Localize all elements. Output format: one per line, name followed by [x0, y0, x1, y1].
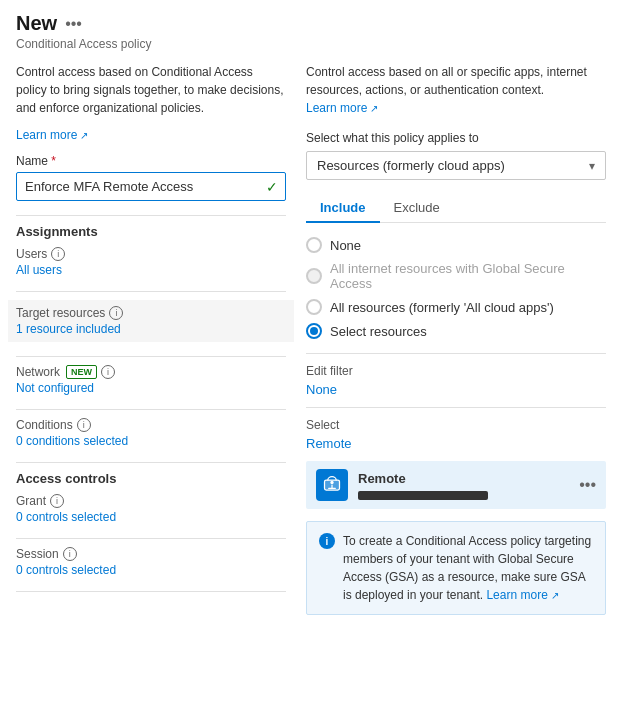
- radio-select-resources-label: Select resources: [330, 324, 427, 339]
- chevron-down-icon: ▾: [589, 159, 595, 173]
- info-box-content: To create a Conditional Access policy ta…: [343, 532, 593, 604]
- grant-info-icon[interactable]: i: [50, 494, 64, 508]
- radio-all-internet-circle: [306, 268, 322, 284]
- remote-resource-item: Remote •••: [306, 461, 606, 509]
- resource-more-icon[interactable]: •••: [579, 476, 596, 494]
- name-label: Name *: [16, 154, 286, 168]
- grant-label: Grant: [16, 494, 46, 508]
- network-new-badge: NEW: [66, 365, 97, 379]
- include-exclude-tabs: Include Exclude: [306, 194, 606, 223]
- policy-name-input[interactable]: [16, 172, 286, 201]
- radio-all-resources[interactable]: All resources (formerly 'All cloud apps'…: [306, 299, 606, 315]
- assignments-divider: [16, 215, 286, 216]
- conditions-info-icon[interactable]: i: [77, 418, 91, 432]
- name-input-wrapper: ✓: [16, 172, 286, 201]
- dropdown-value: Resources (formerly cloud apps): [317, 158, 505, 173]
- page-subtitle: Conditional Access policy: [16, 37, 606, 51]
- remote-icon-svg: [322, 475, 342, 495]
- assignments-title: Assignments: [16, 224, 286, 239]
- target-resources-divider: [16, 356, 286, 357]
- radio-none-label: None: [330, 238, 361, 253]
- target-resources-label: Target resources: [16, 306, 105, 320]
- radio-none[interactable]: None: [306, 237, 606, 253]
- edit-filter-value[interactable]: None: [306, 382, 606, 397]
- target-resources-value[interactable]: 1 resource included: [16, 322, 286, 336]
- info-box-icon: i: [319, 533, 335, 549]
- target-resources-info-icon[interactable]: i: [109, 306, 123, 320]
- network-info-icon[interactable]: i: [101, 365, 115, 379]
- users-label: Users: [16, 247, 47, 261]
- resource-name-redacted: [358, 491, 488, 500]
- grant-value[interactable]: 0 controls selected: [16, 510, 286, 524]
- conditions-divider: [16, 462, 286, 463]
- resource-selection-radio-group: None All internet resources with Global …: [306, 237, 606, 339]
- select-what-label: Select what this policy applies to: [306, 131, 606, 145]
- info-box-learn-more-link[interactable]: Learn more: [486, 586, 558, 604]
- network-section: Network NEW i Not configured: [16, 365, 286, 395]
- users-divider: [16, 291, 286, 292]
- left-learn-more-link[interactable]: Learn more: [16, 128, 88, 142]
- tab-include[interactable]: Include: [306, 194, 380, 223]
- edit-filter-label: Edit filter: [306, 364, 606, 378]
- users-section: Users i All users: [16, 247, 286, 277]
- left-panel: Control access based on Conditional Acce…: [16, 63, 286, 615]
- radio-all-internet: All internet resources with Global Secur…: [306, 261, 606, 291]
- target-resources-section[interactable]: Target resources i 1 resource included: [8, 300, 294, 342]
- right-learn-more-link[interactable]: Learn more: [306, 99, 378, 117]
- radio-all-resources-label: All resources (formerly 'All cloud apps'…: [330, 300, 554, 315]
- radio-select-resources[interactable]: Select resources: [306, 323, 606, 339]
- users-info-icon[interactable]: i: [51, 247, 65, 261]
- network-label: Network: [16, 365, 60, 379]
- session-section: Session i 0 controls selected: [16, 547, 286, 577]
- session-value[interactable]: 0 controls selected: [16, 563, 286, 577]
- tab-exclude[interactable]: Exclude: [380, 194, 454, 223]
- network-divider: [16, 409, 286, 410]
- remote-resource-icon: [316, 469, 348, 501]
- svg-point-1: [330, 481, 333, 484]
- radio-all-internet-label: All internet resources with Global Secur…: [330, 261, 606, 291]
- access-controls-title: Access controls: [16, 471, 286, 486]
- access-controls-section: Access controls Grant i 0 controls selec…: [16, 471, 286, 592]
- radio-none-circle: [306, 237, 322, 253]
- right-panel: Control access based on all or specific …: [306, 63, 606, 615]
- filter-divider: [306, 407, 606, 408]
- radio-divider: [306, 353, 606, 354]
- session-label: Session: [16, 547, 59, 561]
- radio-select-resources-circle: [306, 323, 322, 339]
- info-box: i To create a Conditional Access policy …: [306, 521, 606, 615]
- grant-section: Grant i 0 controls selected: [16, 494, 286, 524]
- radio-all-resources-circle: [306, 299, 322, 315]
- conditions-value[interactable]: 0 conditions selected: [16, 434, 286, 448]
- grant-divider: [16, 538, 286, 539]
- network-value[interactable]: Not configured: [16, 381, 286, 395]
- policy-applies-to-dropdown[interactable]: Resources (formerly cloud apps) ▾: [306, 151, 606, 180]
- page-title: New: [16, 12, 57, 35]
- select-label: Select: [306, 418, 606, 432]
- page-more-icon[interactable]: •••: [65, 15, 82, 33]
- select-remote-link[interactable]: Remote: [306, 436, 606, 451]
- conditions-section: Conditions i 0 conditions selected: [16, 418, 286, 448]
- users-value[interactable]: All users: [16, 263, 286, 277]
- remote-resource-name: Remote: [358, 471, 569, 500]
- session-divider: [16, 591, 286, 592]
- left-description: Control access based on Conditional Acce…: [16, 63, 286, 117]
- right-description: Control access based on all or specific …: [306, 63, 606, 117]
- session-info-icon[interactable]: i: [63, 547, 77, 561]
- name-input-checkmark: ✓: [266, 179, 278, 195]
- conditions-label: Conditions: [16, 418, 73, 432]
